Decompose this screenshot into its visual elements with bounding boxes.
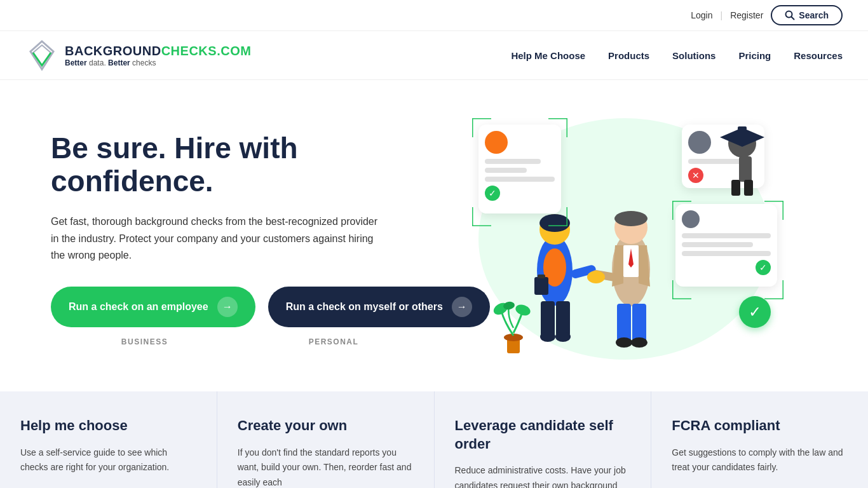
bottom-section: Help me choose Use a self-service guide …: [0, 391, 868, 488]
svg-marker-21: [639, 245, 650, 287]
svg-line-1: [792, 17, 794, 20]
svg-rect-36: [739, 156, 752, 182]
logo-icon: [25, 39, 58, 72]
bottom-card-text-2: Reduce administrative costs. Have your j…: [455, 463, 631, 488]
logo: BACKGROUNDCHECKS.COM Better data. Better…: [25, 39, 251, 72]
bottom-card-text-1: If you don't find the standard reports y…: [238, 445, 414, 488]
employee-check-button[interactable]: Run a check on an employee →: [51, 287, 255, 327]
hero-content: Be sure. Hire with confidence. Get fast,…: [51, 132, 432, 347]
logo-name: BACKGROUNDCHECKS.COM: [65, 44, 251, 58]
x-circle-1: ✕: [688, 168, 703, 183]
label-business: BUSINESS: [57, 337, 232, 346]
svg-rect-8: [541, 301, 555, 336]
bottom-card-2: Leverage candidate self order Reduce adm…: [435, 391, 652, 488]
top-bar: Login | Register Search: [0, 0, 868, 31]
svg-rect-35: [738, 126, 747, 130]
employee-btn-arrow: →: [217, 297, 238, 317]
bottom-card-text-0: Use a self-service guide to see which ch…: [20, 445, 196, 476]
nav-links: Help Me Choose Products Solutions Pricin…: [511, 50, 843, 61]
divider: |: [721, 10, 723, 20]
scan-frame-2: [672, 201, 783, 299]
svg-point-17: [614, 211, 648, 226]
button-labels: BUSINESS PERSONAL: [51, 337, 432, 346]
svg-rect-13: [534, 277, 548, 295]
bottom-card-title-2: Leverage candidate self order: [455, 417, 631, 453]
svg-rect-9: [556, 301, 570, 336]
svg-rect-38: [744, 180, 753, 196]
employee-btn-label: Run a check on an employee: [69, 301, 208, 313]
hero-section: Be sure. Hire with confidence. Get fast,…: [0, 80, 868, 391]
register-link[interactable]: Register: [730, 10, 763, 20]
svg-marker-34: [720, 128, 764, 147]
svg-point-27: [587, 271, 605, 283]
bottom-card-1: Create your own If you don't find the st…: [217, 391, 435, 488]
main-nav: BACKGROUNDCHECKS.COM Better data. Better…: [0, 31, 868, 80]
bottom-card-0: Help me choose Use a self-service guide …: [0, 391, 217, 488]
svg-point-31: [514, 302, 532, 317]
svg-point-10: [540, 332, 555, 342]
avatar-2: [688, 131, 711, 154]
green-check-badge: ✓: [739, 296, 771, 328]
svg-rect-22: [617, 304, 631, 342]
personal-btn-label: Run a check on myself or others: [286, 301, 443, 313]
graduate-illustration: [714, 121, 771, 198]
hero-subtitle: Get fast, thorough background checks fro…: [51, 214, 381, 264]
search-icon: [785, 10, 795, 20]
nav-solutions[interactable]: Solutions: [672, 50, 715, 61]
nav-help-me-choose[interactable]: Help Me Choose: [511, 50, 585, 61]
nav-resources[interactable]: Resources: [794, 50, 843, 61]
hero-illustration-area: ✓ ✕ ✓: [432, 112, 817, 366]
nav-pricing[interactable]: Pricing: [738, 50, 771, 61]
bottom-card-3: FCRA compliant Get suggestions to comply…: [651, 391, 868, 488]
hero-title: Be sure. Hire with confidence.: [51, 132, 432, 199]
nav-products[interactable]: Products: [608, 50, 649, 61]
scan-frame-1: [472, 118, 567, 226]
logo-tagline: Better data. Better checks: [65, 58, 251, 67]
hero-buttons: Run a check on an employee → Run a check…: [51, 287, 432, 327]
svg-point-11: [555, 332, 571, 342]
search-label: Search: [799, 10, 829, 20]
svg-point-25: [631, 337, 648, 348]
logo-text: BACKGROUNDCHECKS.COM Better data. Better…: [65, 44, 251, 67]
bottom-card-text-3: Get suggestions to comply with the law a…: [672, 445, 848, 476]
login-link[interactable]: Login: [691, 10, 712, 20]
svg-rect-23: [632, 304, 646, 342]
search-button[interactable]: Search: [771, 5, 843, 25]
hero-illustration: ✓ ✕ ✓: [466, 112, 783, 366]
svg-rect-37: [731, 180, 740, 196]
label-personal: PERSONAL: [245, 337, 423, 346]
svg-rect-14: [538, 274, 545, 278]
bottom-card-title-0: Help me choose: [20, 417, 196, 435]
bottom-card-title-3: FCRA compliant: [672, 417, 848, 435]
bottom-card-title-1: Create your own: [238, 417, 414, 435]
svg-point-24: [616, 337, 632, 348]
